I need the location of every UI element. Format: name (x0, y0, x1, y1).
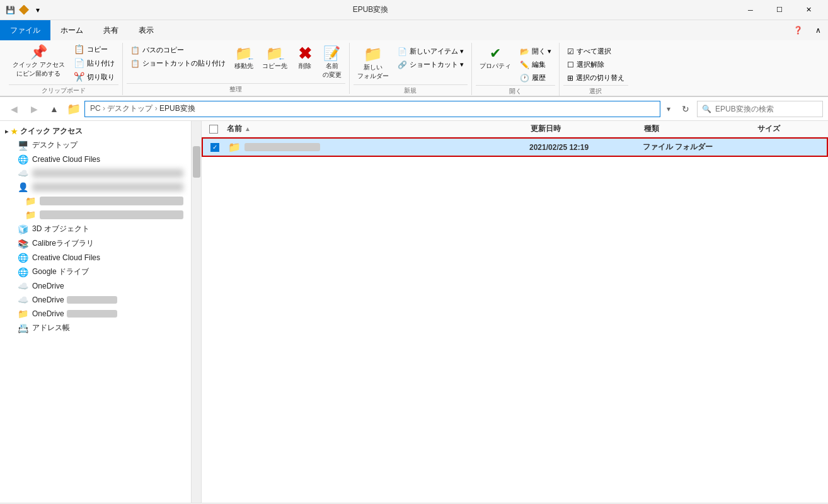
header-checkbox[interactable] (209, 125, 218, 134)
new-folder-button[interactable]: 📁 新しい フォルダー (354, 43, 393, 83)
properties-button[interactable]: ✔ プロパティ (476, 43, 515, 73)
sidebar-item-addressbook[interactable]: 📇 アドレス帳 (0, 321, 191, 335)
sidebar-item-desktop[interactable]: 🖥️ デスクトップ (0, 138, 191, 152)
copy-path-button[interactable]: 📋 パスのコピー (127, 44, 229, 56)
refresh-button[interactable]: ↻ (677, 100, 694, 118)
deselect-button[interactable]: ☐ 選択解除 (563, 59, 628, 71)
sidebar-item-od2[interactable]: ☁️ OneDrive (0, 293, 191, 307)
pin-label: クイック アクセス にピン留めする (13, 60, 65, 78)
tab-file[interactable]: ファイル (0, 20, 50, 40)
sidebar-item-od1[interactable]: ☁️ OneDrive (0, 279, 191, 293)
tab-view[interactable]: 表示 (129, 20, 164, 40)
organize-small-col: 📋 パスのコピー 📋 ショートカットの貼り付け (127, 43, 229, 69)
open-items: ✔ プロパティ 📂 開く ▾ ✏️ 編集 🕐 履歴 (476, 43, 555, 84)
sidebar-item-folder1[interactable]: 📁 (0, 194, 191, 208)
header-name-col[interactable]: 名前 ▲ (227, 123, 531, 134)
sidebar-item-onedrive-quick[interactable]: ☁️ (0, 166, 191, 180)
sidebar-scrollbar[interactable] (191, 121, 201, 503)
edit-icon: ✏️ (520, 60, 529, 69)
history-button[interactable]: 🕐 履歴 (516, 72, 555, 84)
cc-quick-icon: 🌐 (18, 154, 28, 164)
row-name (244, 143, 320, 151)
tab-home[interactable]: ホーム (50, 20, 93, 40)
sidebar-item-cc-quick[interactable]: 🌐 Creative Cloud Files (0, 152, 191, 166)
copy-button[interactable]: 📋 コピー (70, 43, 118, 55)
paste-button[interactable]: 📄 貼り付け (70, 57, 118, 69)
path-epub[interactable]: EPUB変換 (159, 104, 195, 113)
new-items: 📁 新しい フォルダー 📄 新しいアイテム ▾ 🔗 ショートカット ▾ (354, 43, 468, 83)
path-dropdown-button[interactable]: ▾ (663, 105, 674, 113)
sidebar-item-calibre[interactable]: 📚 Calibreライブラリ (0, 236, 191, 251)
header-size-label: サイズ (757, 124, 780, 133)
ribbon-group-new: 📁 新しい フォルダー 📄 新しいアイテム ▾ 🔗 ショートカット ▾ 新規 (350, 43, 472, 95)
copy-path-icon: 📋 (130, 46, 140, 55)
collapse-ribbon-button[interactable]: ∧ (808, 20, 828, 40)
sidebar-item-cc[interactable]: 🌐 Creative Cloud Files (0, 251, 191, 265)
address-bar: ◀ ▶ ▲ 📁 PC › デスクトップ › EPUB変換 ▾ ↻ 🔍 (0, 97, 828, 121)
deselect-icon: ☐ (567, 60, 574, 69)
cut-button[interactable]: ✂️ 切り取り (70, 71, 118, 83)
new-item-button[interactable]: 📄 新しいアイテム ▾ (394, 45, 468, 57)
open-button[interactable]: 📂 開く ▾ (516, 45, 555, 57)
sidebar-item-od3[interactable]: 📁 OneDrive (0, 307, 191, 321)
folder2-label (40, 210, 183, 219)
select-all-button[interactable]: ☑ すべて選択 (563, 45, 628, 57)
new-folder-label: 新しい フォルダー (357, 63, 389, 81)
address-path[interactable]: PC › デスクトップ › EPUB変換 (84, 101, 660, 117)
gdrive-icon: 🌐 (18, 267, 28, 277)
addressbook-label: アドレス帳 (32, 323, 183, 333)
sidebar-scroll-thumb (193, 146, 200, 178)
clipboard-label: クリップボード (9, 84, 118, 95)
open-col: 📂 開く ▾ ✏️ 編集 🕐 履歴 (516, 43, 555, 84)
open-label: 開く (476, 85, 555, 96)
ribbon: ファイル ホーム 共有 表示 ❓ ∧ 📌 クイック アクセス にピン留めする 📋… (0, 20, 828, 97)
minimize-button[interactable]: ─ (736, 0, 765, 20)
paste-icon: 📄 (74, 58, 84, 68)
move-to-button[interactable]: 📁 ← 移動先 (231, 43, 257, 73)
edit-button[interactable]: ✏️ 編集 (516, 59, 555, 71)
sidebar-item-gdrive[interactable]: 🌐 Google ドライブ (0, 265, 191, 279)
sidebar-item-user[interactable]: 👤 (0, 180, 191, 194)
folder1-icon: 📁 (25, 196, 36, 206)
user-icon: 👤 (18, 182, 28, 192)
path-pc[interactable]: PC (90, 104, 101, 113)
sidebar-item-3d[interactable]: 🧊 3D オブジェクト (0, 222, 191, 236)
up-button[interactable]: ▲ (45, 100, 63, 118)
table-row[interactable]: ✓ 📁 2021/02/25 12:19 ファイル フォルダー (202, 137, 828, 157)
row-checkbox[interactable]: ✓ (210, 143, 219, 152)
pin-to-quick-access-button[interactable]: 📌 クイック アクセス にピン留めする (9, 43, 69, 81)
copy-to-label: コピー先 (262, 62, 287, 71)
sidebar-item-folder2[interactable]: 📁 (0, 208, 191, 222)
search-input[interactable] (697, 101, 823, 117)
organize-label: 整理 (127, 83, 345, 94)
sidebar-quick-access-header[interactable]: ▸ ★ クイック アクセス (0, 123, 191, 138)
forward-button[interactable]: ▶ (25, 100, 43, 118)
help-button[interactable]: ❓ (788, 20, 808, 40)
row-date: 2021/02/25 12:19 (529, 143, 643, 152)
invert-icon: ⊞ (567, 74, 573, 83)
back-button[interactable]: ◀ (5, 100, 23, 118)
tab-share[interactable]: 共有 (93, 20, 129, 40)
new-shortcut-button[interactable]: 🔗 ショートカット ▾ (394, 59, 468, 71)
folder1-label (40, 197, 183, 205)
3d-icon: 🧊 (18, 224, 28, 234)
cc-quick-label: Creative Cloud Files (32, 155, 183, 164)
header-size-col[interactable]: サイズ (757, 123, 820, 134)
cc-icon: 🌐 (18, 253, 28, 263)
paste-shortcut-button[interactable]: 📋 ショートカットの貼り付け (127, 57, 229, 69)
onedrive-quick-label (32, 169, 183, 178)
header-type-col[interactable]: 種類 (644, 123, 757, 134)
properties-label: プロパティ (480, 62, 511, 71)
invert-selection-button[interactable]: ⊞ 選択の切り替え (563, 72, 628, 84)
od2-icon: ☁️ (18, 295, 28, 305)
window-title: EPUB変換 (5, 4, 736, 15)
file-list: ✓ 📁 2021/02/25 12:19 ファイル フォルダー (202, 137, 828, 503)
copy-to-button[interactable]: 📁 ← コピー先 (258, 43, 291, 73)
maximize-button[interactable]: ☐ (765, 0, 794, 20)
move-to-icon: 📁 ← (235, 45, 252, 62)
path-desktop[interactable]: デスクトップ (107, 104, 152, 113)
rename-button[interactable]: 📝 名前 の変更 (319, 43, 345, 82)
close-button[interactable]: ✕ (794, 0, 823, 20)
header-date-col[interactable]: 更新日時 (531, 123, 644, 134)
delete-button[interactable]: ✖ 削除 (292, 43, 318, 73)
